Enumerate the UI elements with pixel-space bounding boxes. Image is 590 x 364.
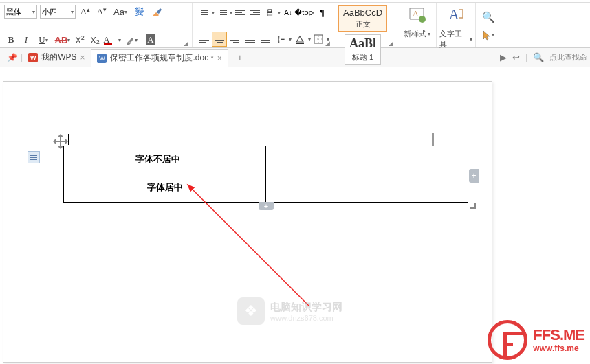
table-cell[interactable]: 字体居中	[64, 172, 266, 203]
sort-button[interactable]: A↓	[281, 5, 296, 20]
document-table[interactable]: 字体不居中 字体居中	[63, 146, 468, 203]
phonetic-guide-button[interactable]: 變	[132, 5, 146, 19]
align-center-button[interactable]	[212, 32, 226, 47]
search-placeholder[interactable]: 点此查找命	[549, 52, 587, 62]
tab-title: 我的WPS	[41, 52, 76, 63]
shading-dropdown[interactable]: ▾	[308, 36, 311, 43]
style-label: 正文	[343, 19, 382, 30]
asian-dropdown[interactable]: ▾	[278, 10, 281, 16]
style-sample: AaBl	[349, 36, 376, 51]
table-cell[interactable]	[266, 146, 468, 172]
svg-rect-0	[296, 43, 304, 44]
decrease-indent-button[interactable]	[233, 5, 248, 20]
font-color-button[interactable]: A▾	[103, 33, 121, 47]
search-icon[interactable]: 🔍	[533, 52, 544, 62]
reading-mode-icon[interactable]: ▶	[500, 52, 507, 62]
underline-button[interactable]: U▾	[34, 33, 52, 47]
italic-button[interactable]: I	[19, 33, 33, 47]
add-column-handle-icon[interactable]: +	[259, 202, 274, 210]
document-tabs-bar: 📌 | W 我的WPS × W 保密工作各项规章制度.doc * × + ▶ ↩…	[0, 48, 590, 67]
bullets-button[interactable]	[197, 5, 211, 20]
font-name-value: 黑体	[6, 7, 21, 17]
numbering-dropdown[interactable]: ▾	[230, 10, 232, 16]
asian-layout-button[interactable]: 吕	[263, 5, 277, 20]
font-size-select[interactable]: 小四 ▾	[40, 5, 76, 19]
line-spacing-button[interactable]: ‡≡	[274, 32, 288, 47]
outline-pane-icon[interactable]	[28, 151, 40, 163]
paragraph-group: ▾ ▾ 吕▾ A↓ �top▾ ¶ ‡≡▾ ▾ ▾ ◢	[193, 3, 334, 47]
style-normal[interactable]: AaBbCcD 正文	[338, 5, 387, 32]
pin-icon[interactable]: 📌	[6, 52, 18, 64]
find-button[interactable]: 🔍	[481, 10, 495, 24]
tab-title: 保密工作各项规章制度.doc	[110, 52, 208, 64]
style-label: 标题 1	[349, 52, 376, 62]
clear-formatting-button[interactable]	[149, 5, 166, 19]
align-distribute-button[interactable]	[259, 32, 273, 47]
new-style-button[interactable]: A+ 新样式▾	[397, 3, 436, 42]
add-row-handle-icon[interactable]: +	[469, 169, 479, 183]
styles-dialog-launcher-icon[interactable]: ◢	[389, 40, 395, 47]
tab-button[interactable]: �top	[296, 5, 311, 20]
style-heading1[interactable]: AaBl 标题 1	[345, 34, 381, 65]
align-justify-button[interactable]	[243, 32, 257, 47]
watermark-title: 电脑知识学习网	[270, 301, 342, 314]
tab-dropdown[interactable]: ▾	[312, 10, 314, 16]
subscript-button[interactable]: X2	[88, 33, 102, 47]
char-shading-button[interactable]: A	[142, 33, 160, 47]
watermark-url: www.dnzs678.com	[270, 314, 342, 322]
add-tab-button[interactable]: +	[232, 50, 248, 65]
column-marker[interactable]	[432, 133, 434, 146]
highlight-button[interactable]: ▾	[122, 33, 140, 47]
align-right-button[interactable]	[228, 32, 242, 47]
return-icon[interactable]: ↩	[512, 52, 520, 62]
watermark: ❖ 电脑知识学习网 www.dnzs678.com	[237, 297, 342, 325]
doc-icon: W	[97, 54, 107, 63]
svg-text:A: A	[449, 7, 459, 22]
wps-icon: W	[28, 53, 38, 62]
close-icon[interactable]: ×	[217, 54, 222, 63]
editing-group: 🔍 ▾	[476, 3, 501, 47]
table-cell[interactable]	[266, 172, 468, 203]
tab-wps-home[interactable]: W 我的WPS ×	[23, 49, 91, 67]
show-marks-button[interactable]: ¶	[315, 5, 329, 20]
table-row[interactable]: 字体居中	[64, 172, 468, 203]
ffs-title: FFS.ME	[533, 327, 584, 343]
increase-indent-button[interactable]	[248, 5, 263, 20]
align-left-button[interactable]	[197, 32, 211, 47]
spacing-dropdown[interactable]: ▾	[289, 36, 292, 43]
table-cell[interactable]: 字体不居中	[64, 146, 266, 172]
superscript-button[interactable]: X2	[73, 33, 87, 47]
strikethrough-button[interactable]: AB▾	[54, 33, 72, 47]
text-tools-button[interactable]: A 文字工具▾	[437, 3, 475, 52]
grow-font-button[interactable]: A▴	[78, 5, 92, 19]
ribbon-toolbar: 黑体 ▾ 小四 ▾ A▴ A▾ Aa▾ 變 B I U▾ AB▾ X2 X2 A…	[0, 3, 590, 48]
new-style-label: 新样式	[404, 29, 426, 39]
paragraph-dialog-launcher-icon[interactable]: ◢	[325, 40, 332, 47]
select-button[interactable]: ▾	[479, 28, 497, 42]
bullets-dropdown[interactable]: ▾	[212, 10, 215, 16]
borders-button[interactable]	[312, 32, 326, 47]
ffs-logo-icon	[488, 320, 527, 360]
chevron-down-icon: ▾	[71, 9, 74, 15]
chevron-down-icon: ▾	[32, 9, 35, 15]
font-name-select[interactable]: 黑体 ▾	[4, 5, 37, 19]
font-dialog-launcher-icon[interactable]: ◢	[184, 40, 190, 47]
svg-text:A: A	[413, 9, 419, 19]
ffs-logo: FFS.ME www.ffs.me	[488, 320, 584, 360]
shading-button[interactable]	[292, 32, 307, 47]
text-cursor	[68, 134, 69, 145]
bold-button[interactable]: B	[4, 33, 18, 47]
change-case-button[interactable]: Aa▾	[111, 5, 129, 19]
table-resize-handle-icon[interactable]	[470, 203, 476, 209]
document-canvas: 字体不居中 字体居中 + + ❖ 电脑知识学习网 www.dnzs678.com…	[0, 67, 590, 364]
font-size-value: 小四	[42, 7, 57, 17]
new-style-icon: A+	[407, 5, 426, 27]
table-row[interactable]: 字体不居中	[64, 146, 468, 172]
new-style-group: A+ 新样式▾	[397, 3, 437, 47]
close-icon[interactable]: ×	[80, 53, 85, 62]
ffs-url: www.ffs.me	[533, 344, 584, 353]
shrink-font-button[interactable]: A▾	[95, 5, 109, 19]
tab-document[interactable]: W 保密工作各项规章制度.doc * ×	[91, 49, 228, 67]
numbering-button[interactable]	[215, 5, 230, 20]
watermark-badge-icon: ❖	[237, 297, 265, 325]
